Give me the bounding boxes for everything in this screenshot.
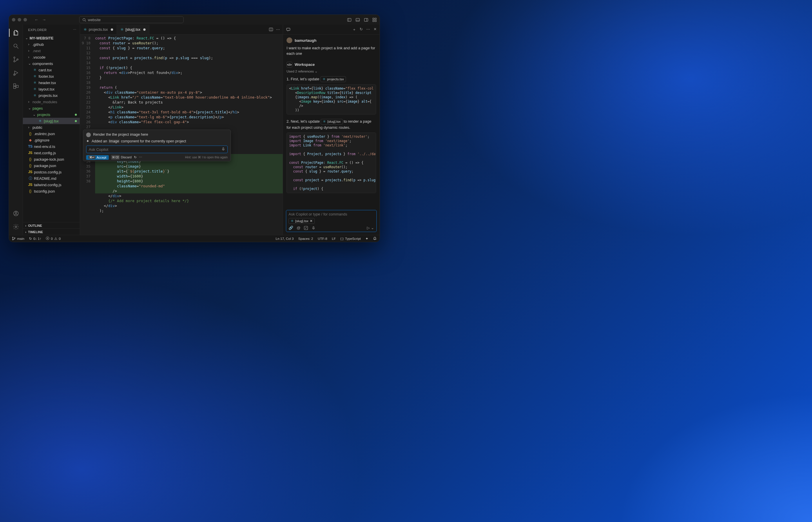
timeline-section[interactable]: ›TIMELINE bbox=[23, 228, 80, 235]
svg-rect-21 bbox=[16, 85, 18, 87]
chat-more-icon[interactable]: ⋯ bbox=[366, 27, 370, 32]
inline-more-icon[interactable]: ⋯ bbox=[139, 155, 142, 160]
status-spaces[interactable]: Spaces: 2 bbox=[299, 237, 313, 241]
tree-file[interactable]: ⚛card.tsx bbox=[23, 67, 80, 73]
slash-icon[interactable] bbox=[304, 226, 308, 230]
nav-forward-icon[interactable]: → bbox=[42, 17, 46, 22]
toggle-primary-sidebar-icon[interactable] bbox=[347, 18, 351, 22]
tree-root[interactable]: ⌄MY-WEBSITE bbox=[23, 35, 80, 41]
activity-accounts-icon[interactable] bbox=[9, 207, 23, 220]
activity-extensions-icon[interactable] bbox=[9, 80, 23, 93]
tree-folder[interactable]: ›.github bbox=[23, 41, 80, 47]
tree-file[interactable]: {}.eslintrc.json bbox=[23, 130, 80, 137]
nav-back-icon[interactable]: ← bbox=[35, 17, 39, 22]
svg-line-30 bbox=[305, 227, 306, 229]
svg-point-0 bbox=[83, 18, 85, 21]
status-cursor[interactable]: Ln 17, Col 3 bbox=[276, 237, 294, 241]
tree-file-slug[interactable]: ⚛[slug].tsx bbox=[23, 118, 80, 124]
customize-layout-icon[interactable] bbox=[372, 18, 377, 22]
search-icon bbox=[82, 18, 86, 22]
status-language[interactable]: { } TypeScript bbox=[341, 237, 361, 241]
inline-accept-button[interactable]: ⌘↵Accept bbox=[86, 155, 109, 160]
attach-icon[interactable]: 🔗 bbox=[288, 226, 293, 230]
window-traffic-lights[interactable] bbox=[12, 18, 30, 21]
tree-folder[interactable]: ›public bbox=[23, 124, 80, 130]
chat-context-chip[interactable]: ⚛[slug].tsx ✕ bbox=[288, 218, 314, 224]
activity-run-debug-icon[interactable] bbox=[9, 66, 23, 79]
mic-icon[interactable] bbox=[221, 147, 225, 151]
tree-file[interactable]: ⚛footer.tsx bbox=[23, 73, 80, 79]
outline-section[interactable]: ›OUTLINE bbox=[23, 222, 80, 228]
activity-search-icon[interactable] bbox=[9, 40, 23, 53]
editor-more-icon[interactable]: ⋯ bbox=[276, 27, 280, 32]
tree-file[interactable]: JStailwind.config.js bbox=[23, 182, 80, 188]
toggle-secondary-sidebar-icon[interactable] bbox=[364, 18, 368, 22]
svg-line-13 bbox=[17, 47, 18, 49]
regenerate-icon[interactable]: ↻ bbox=[134, 155, 137, 160]
split-editor-icon[interactable] bbox=[269, 27, 273, 32]
status-bar: main ↻ 0↓ 1↑ ⓧ 0 ⚠ 0 Ln 17, Col 3 Spaces… bbox=[9, 235, 380, 242]
tree-file[interactable]: ⚛header.tsx bbox=[23, 79, 80, 86]
status-problems[interactable]: ⓧ 0 ⚠ 0 bbox=[46, 236, 61, 241]
copilot-inline-input[interactable] bbox=[86, 145, 228, 153]
send-icon[interactable]: ▷ ⌄ bbox=[367, 226, 374, 230]
titlebar: ← → website bbox=[9, 15, 380, 25]
mention-icon[interactable]: @ bbox=[297, 226, 301, 230]
activity-source-control-icon[interactable] bbox=[9, 53, 23, 66]
svg-rect-11 bbox=[375, 20, 377, 21]
command-center-search[interactable]: website bbox=[79, 16, 184, 23]
tree-file[interactable]: TSnext-env.d.ts bbox=[23, 143, 80, 149]
status-branch[interactable]: main bbox=[12, 237, 24, 240]
new-chat-icon[interactable]: ＋ bbox=[352, 27, 356, 32]
svg-rect-28 bbox=[286, 28, 290, 31]
editor-tab[interactable]: ⚛[slug].tsx bbox=[117, 25, 149, 34]
editor-tabs: ⚛projects.tsx ⚛[slug].tsx ⋯ bbox=[80, 25, 283, 35]
chat-input[interactable] bbox=[288, 212, 374, 216]
tree-file[interactable]: ⓘREADME.md bbox=[23, 175, 80, 182]
tree-file[interactable]: {}package.json bbox=[23, 162, 80, 169]
tree-file[interactable]: ⚛projects.tsx bbox=[23, 92, 80, 99]
svg-line-1 bbox=[85, 20, 86, 21]
tree-folder-projects[interactable]: ⌄projects bbox=[23, 112, 80, 118]
tree-folder[interactable]: ›.vscode bbox=[23, 54, 80, 60]
file-chip[interactable]: ⚛projects.tsx bbox=[321, 76, 346, 82]
tree-folder-components[interactable]: ⌄components bbox=[23, 60, 80, 67]
tree-file[interactable]: {}package-lock.json bbox=[23, 156, 80, 162]
tree-folder[interactable]: ›.next bbox=[23, 47, 80, 54]
inline-discard-button[interactable]: ⌘⌫Discard bbox=[111, 155, 131, 160]
tree-file[interactable]: {}tsconfig.json bbox=[23, 188, 80, 194]
svg-rect-4 bbox=[356, 18, 359, 21]
tree-folder-pages[interactable]: ⌄pages bbox=[23, 105, 80, 112]
file-chip[interactable]: ⚛[slug].tsx bbox=[321, 119, 343, 125]
tree-file[interactable]: ⚛layout.tsx bbox=[23, 86, 80, 92]
user-avatar-icon bbox=[286, 37, 292, 43]
code-editor[interactable]: 7 8 9 10 11 12 13 14 15 16 17 18 19 20 2… bbox=[80, 35, 283, 235]
svg-point-15 bbox=[14, 61, 15, 62]
activity-explorer-icon[interactable] bbox=[9, 26, 23, 39]
chat-history-icon[interactable]: ↻ bbox=[360, 27, 363, 32]
inline-hint-text: Hint: use ⌘ I to open this again bbox=[185, 155, 228, 160]
search-label: website bbox=[88, 18, 101, 22]
toggle-panel-icon[interactable] bbox=[356, 18, 360, 22]
copilot-inline-widget: Render the the project image here ✦ Adde… bbox=[83, 129, 231, 161]
user-avatar-icon bbox=[86, 133, 91, 137]
activity-settings-icon[interactable] bbox=[9, 220, 23, 233]
chat-user-message: I want to make each project a link and a… bbox=[286, 45, 376, 57]
tree-file[interactable]: JSnext.config.js bbox=[23, 149, 80, 156]
tree-file[interactable]: JSpostcss.config.js bbox=[23, 169, 80, 175]
explorer-title: EXPLORER bbox=[28, 28, 47, 32]
explorer-more-icon[interactable]: ⋯ bbox=[73, 28, 77, 32]
editor-tab[interactable]: ⚛projects.tsx bbox=[80, 25, 117, 34]
tree-folder[interactable]: ›node_modules bbox=[23, 99, 80, 105]
status-sync[interactable]: ↻ 0↓ 1↑ bbox=[29, 237, 41, 241]
chat-close-icon[interactable]: ✕ bbox=[373, 27, 377, 32]
status-encoding[interactable]: UTF-8 bbox=[318, 237, 327, 241]
status-eol[interactable]: LF bbox=[332, 237, 336, 241]
tree-file[interactable]: ◆.gitignore bbox=[23, 137, 80, 143]
svg-point-14 bbox=[14, 57, 15, 58]
status-notifications-icon[interactable] bbox=[373, 237, 377, 241]
mic-icon[interactable] bbox=[311, 226, 316, 230]
status-copilot-icon[interactable]: ✦ bbox=[365, 237, 368, 241]
explorer-sidebar: EXPLORER ⋯ ⌄MY-WEBSITE ›.github ›.next ›… bbox=[23, 25, 80, 235]
chat-references[interactable]: Used 2 references ⌄ bbox=[286, 69, 376, 73]
